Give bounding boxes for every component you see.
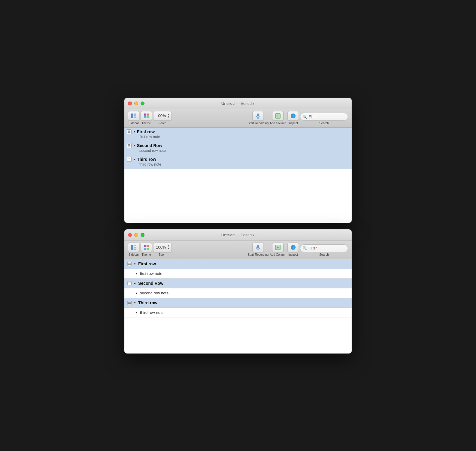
title-edited-1: Edited	[241, 101, 252, 106]
row-note-2: second row note	[124, 149, 352, 155]
zoom-control-wrap-2[interactable]: 100% ▲ ▼	[153, 243, 172, 252]
exp-row-header-1[interactable]: ● First row	[124, 259, 352, 269]
sidebar-button-2[interactable]	[128, 243, 139, 252]
recording-button-2[interactable]	[252, 243, 264, 252]
zoom-control-wrap-1[interactable]: 100% ▲ ▼	[153, 111, 172, 121]
search-icon-2: 🔍	[302, 246, 307, 250]
zoom-down-1[interactable]: ▼	[167, 116, 170, 118]
toolbar-search-2: 🔍 Search	[300, 244, 348, 256]
svg-rect-18	[134, 245, 136, 246]
svg-rect-6	[144, 116, 146, 118]
row-main-2[interactable]: ● Second Row	[124, 141, 352, 149]
exp-note-text-3: third row note	[140, 310, 164, 315]
svg-rect-20	[134, 249, 136, 250]
zoom-down-2[interactable]: ▼	[167, 247, 170, 250]
zoom-up-2[interactable]: ▲	[167, 245, 170, 247]
mic-icon-1	[255, 113, 261, 119]
exp-row-note-1: ● first row note	[124, 269, 352, 279]
row-main-1[interactable]: ● First row	[124, 128, 352, 135]
svg-text:i: i	[293, 114, 293, 118]
search-box-2[interactable]: 🔍	[300, 244, 348, 252]
search-input-1[interactable]	[300, 113, 348, 121]
toolbar-theme-1[interactable]: Theme	[141, 111, 152, 125]
search-input-2[interactable]	[300, 244, 348, 252]
sidebar-icon-2	[131, 244, 137, 250]
toolbar-sidebar-1[interactable]: Sidebar	[128, 111, 139, 125]
toolbar-recording-2[interactable]: Start Recording	[248, 243, 268, 256]
inspect-button-1[interactable]: i	[287, 111, 299, 121]
recording-label-1: Start Recording	[248, 122, 268, 125]
title-arrow-2[interactable]: ▾	[253, 233, 254, 237]
exp-row-header-3[interactable]: ● Third row	[124, 298, 352, 308]
addcol-button-1[interactable]	[272, 111, 284, 121]
title-arrow-1[interactable]: ▾	[253, 102, 254, 105]
maximize-button-2[interactable]	[141, 233, 144, 237]
row-bullet-2: ●	[133, 144, 135, 147]
inspect-icon-1: i	[290, 113, 296, 119]
addcol-label-2: Add Column	[270, 253, 286, 256]
exp-note-text-1: first row note	[140, 271, 162, 276]
exp-row-note-3: ● third row note	[124, 308, 352, 317]
traffic-lights-1[interactable]	[128, 102, 144, 105]
row-icon-3	[127, 157, 132, 162]
svg-rect-17	[131, 245, 133, 250]
close-button-2[interactable]	[128, 233, 132, 237]
exp-title-2: Second Row	[138, 281, 163, 286]
recording-button-1[interactable]	[252, 111, 264, 121]
row-bullet-1: ●	[133, 130, 135, 133]
row-title-1: First row	[137, 129, 155, 134]
zoom-up-1[interactable]: ▲	[167, 113, 170, 116]
recording-label-2: Start Recording	[248, 253, 268, 256]
zoom-arrows-1[interactable]: ▲ ▼	[167, 113, 170, 118]
row-main-3[interactable]: ● Third row	[124, 155, 352, 162]
inspect-button-2[interactable]: i	[287, 243, 299, 252]
search-box-1[interactable]: 🔍	[300, 113, 348, 121]
close-button-1[interactable]	[128, 102, 132, 105]
toolbar-theme-2[interactable]: Theme	[141, 243, 152, 256]
row-group-1: ● First row first row note	[124, 128, 352, 141]
theme-icon-1	[143, 113, 149, 119]
svg-rect-0	[131, 113, 133, 118]
addcol-label-1: Add Column	[270, 122, 286, 125]
zoom-value-1[interactable]: 100%	[155, 113, 167, 118]
title-separator-1: —	[236, 101, 241, 106]
exp-row-header-2[interactable]: ● Second Row	[124, 279, 352, 288]
toolbar-sidebar-2[interactable]: Sidebar	[128, 243, 139, 256]
sidebar-button-1[interactable]	[128, 111, 139, 121]
toolbar-inspect-1[interactable]: i Inspect	[287, 111, 299, 125]
svg-rect-4	[144, 113, 146, 116]
exp-note-text-2: second row note	[140, 291, 168, 295]
theme-label-1: Theme	[141, 122, 151, 125]
toolbar-addcol-1[interactable]: Add Column	[270, 111, 286, 125]
toolbar-addcol-2[interactable]: Add Column	[270, 243, 286, 256]
addcol-button-2[interactable]	[272, 243, 284, 252]
exp-bullet-3: ●	[134, 301, 136, 304]
addcol-icon-2	[275, 244, 281, 250]
theme-button-2[interactable]	[141, 243, 152, 252]
svg-rect-25	[257, 245, 259, 248]
svg-rect-19	[134, 247, 136, 248]
sidebar-label-2: Sidebar	[129, 253, 139, 256]
maximize-button-1[interactable]	[141, 102, 144, 105]
exp-note-bullet-2: ●	[136, 291, 138, 295]
sidebar-label-1: Sidebar	[129, 122, 139, 125]
svg-rect-24	[147, 248, 149, 250]
toolbar-recording-1[interactable]: Start Recording	[248, 111, 268, 125]
search-label-2: Search	[319, 253, 329, 256]
traffic-lights-2[interactable]	[128, 233, 144, 237]
svg-rect-1	[134, 113, 136, 115]
zoom-value-2[interactable]: 100%	[155, 245, 167, 249]
toolbar-2: Sidebar Theme 100% ▲ ▼	[124, 241, 352, 259]
toolbar-inspect-2[interactable]: i Inspect	[287, 243, 299, 256]
title-text-1: Untitled	[222, 101, 235, 106]
exp-row-note-2: ● second row note	[124, 288, 352, 298]
minimize-button-2[interactable]	[134, 233, 138, 237]
svg-text:i: i	[293, 246, 293, 249]
title-edited-2: Edited	[241, 233, 252, 237]
theme-label-2: Theme	[141, 253, 151, 256]
theme-button-1[interactable]	[141, 111, 152, 121]
addcol-icon-1	[275, 113, 281, 119]
minimize-button-1[interactable]	[134, 102, 138, 105]
svg-rect-3	[134, 117, 136, 118]
zoom-arrows-2[interactable]: ▲ ▼	[167, 245, 170, 250]
